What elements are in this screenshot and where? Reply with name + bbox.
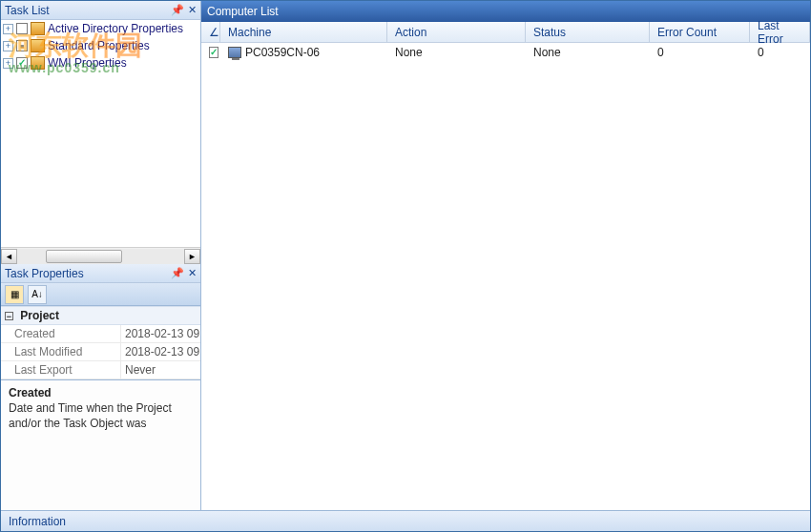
- property-category[interactable]: − Project: [1, 306, 200, 325]
- folder-icon: [31, 39, 45, 52]
- computer-icon: [228, 47, 241, 58]
- tree-item-standard[interactable]: + Standard Properties: [1, 37, 200, 54]
- description-title: Created: [9, 386, 193, 399]
- tree-item-label: Active Directory Properties: [48, 22, 183, 35]
- information-label: Information: [9, 515, 66, 528]
- property-key: Last Export: [1, 361, 120, 379]
- property-value: Never: [120, 361, 200, 379]
- folder-icon: [31, 56, 45, 70]
- property-key: Last Modified: [1, 343, 120, 360]
- computer-list-title: Computer List: [207, 5, 279, 18]
- checkbox[interactable]: [16, 23, 28, 34]
- computer-list-body: PC0359CN-06 None None 0 0: [201, 43, 810, 510]
- task-properties-title: Task Properties: [5, 267, 84, 280]
- property-key: Created: [1, 325, 120, 342]
- property-row[interactable]: Last Export Never: [1, 361, 200, 379]
- property-grid: − Project Created 2018-02-13 09:48 Last …: [1, 306, 200, 379]
- column-error-count[interactable]: Error Count: [650, 22, 750, 42]
- property-row[interactable]: Created 2018-02-13 09:48: [1, 325, 200, 343]
- checkbox[interactable]: [16, 57, 28, 69]
- property-description: Created Date and Time when the Project a…: [1, 379, 200, 510]
- alphabetical-button[interactable]: A↓: [28, 285, 47, 304]
- expand-icon[interactable]: +: [3, 41, 13, 51]
- row-checkbox[interactable]: [209, 47, 218, 58]
- column-machine[interactable]: Machine: [220, 22, 387, 42]
- column-last-error[interactable]: Last Error: [750, 22, 810, 42]
- cell-error-count: 0: [650, 46, 750, 59]
- property-value: 2018-02-13 09:48: [120, 325, 200, 342]
- tree-item-label: Standard Properties: [48, 39, 150, 52]
- scroll-track[interactable]: [17, 249, 184, 264]
- information-bar[interactable]: Information: [1, 510, 810, 531]
- list-item[interactable]: PC0359CN-06 None None 0 0: [201, 43, 810, 62]
- tree-item-label: WMI Properties: [48, 56, 127, 70]
- description-text: Date and Time when the Project and/or th…: [9, 401, 193, 431]
- list-column-headers: ∠ Machine Action Status Error Count Last…: [201, 22, 810, 43]
- sort-handle[interactable]: ∠: [201, 22, 220, 42]
- task-list-title: Task List: [5, 4, 50, 17]
- folder-icon: [31, 22, 45, 35]
- category-label: Project: [20, 309, 59, 322]
- collapse-icon[interactable]: −: [5, 312, 13, 320]
- cell-last-error: 0: [750, 46, 810, 59]
- machine-name: PC0359CN-06: [245, 46, 320, 59]
- task-list-tree: 河东软件园 www.pc0359.cn + Active Directory P…: [1, 20, 200, 247]
- tree-item-ad[interactable]: + Active Directory Properties: [1, 20, 200, 37]
- property-row[interactable]: Last Modified 2018-02-13 09:48: [1, 343, 200, 361]
- pin-icon[interactable]: 📌: [171, 267, 184, 279]
- close-icon[interactable]: ✕: [188, 4, 197, 16]
- horizontal-scrollbar[interactable]: ◄ ►: [1, 247, 200, 264]
- expand-icon[interactable]: +: [3, 58, 13, 69]
- cell-action: None: [387, 46, 526, 59]
- expand-icon[interactable]: +: [3, 24, 13, 34]
- task-properties-header: Task Properties 📌 ✕: [1, 264, 200, 283]
- column-status[interactable]: Status: [526, 22, 650, 42]
- properties-toolbar: ▦ A↓: [1, 283, 200, 306]
- cell-status: None: [526, 46, 650, 59]
- task-list-header: Task List 📌 ✕: [1, 1, 200, 20]
- column-action[interactable]: Action: [387, 22, 526, 42]
- checkbox[interactable]: [16, 40, 28, 51]
- close-icon[interactable]: ✕: [188, 267, 197, 279]
- tree-item-wmi[interactable]: + WMI Properties: [1, 54, 200, 72]
- computer-list-header: Computer List: [201, 1, 810, 22]
- categorized-button[interactable]: ▦: [5, 285, 24, 304]
- property-value: 2018-02-13 09:48: [120, 343, 200, 360]
- pin-icon[interactable]: 📌: [171, 4, 184, 16]
- scroll-thumb[interactable]: [46, 250, 122, 263]
- scroll-left-button[interactable]: ◄: [1, 249, 17, 264]
- scroll-right-button[interactable]: ►: [184, 249, 200, 264]
